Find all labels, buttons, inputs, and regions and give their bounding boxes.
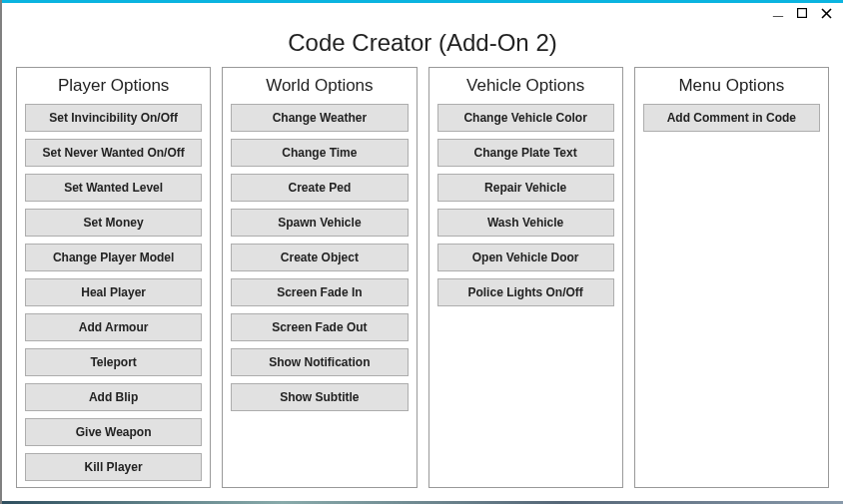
spawn-vehicle-button[interactable]: Spawn Vehicle (231, 209, 408, 237)
vehicle-buttons-list: Change Vehicle Color Change Plate Text R… (437, 104, 614, 306)
change-time-button[interactable]: Change Time (231, 139, 408, 167)
menu-buttons-list: Add Comment in Code (643, 104, 820, 132)
set-invincibility-button[interactable]: Set Invincibility On/Off (25, 104, 202, 132)
panel-title-vehicle: Vehicle Options (437, 74, 614, 104)
screen-fade-out-button[interactable]: Screen Fade Out (231, 313, 408, 341)
player-buttons-list: Set Invincibility On/Off Set Never Wante… (25, 104, 202, 481)
open-vehicle-door-button[interactable]: Open Vehicle Door (437, 244, 614, 271)
panel-player-options: Player Options Set Invincibility On/Off … (16, 67, 211, 488)
add-blip-button[interactable]: Add Blip (25, 383, 202, 411)
add-armour-button[interactable]: Add Armour (25, 313, 202, 341)
maximize-button[interactable] (793, 5, 811, 21)
minimize-button[interactable]: _ (769, 1, 787, 17)
repair-vehicle-button[interactable]: Repair Vehicle (437, 174, 614, 202)
give-weapon-button[interactable]: Give Weapon (25, 418, 202, 446)
set-never-wanted-button[interactable]: Set Never Wanted On/Off (25, 139, 202, 167)
heal-player-button[interactable]: Heal Player (25, 278, 202, 306)
maximize-icon (797, 8, 807, 18)
change-weather-button[interactable]: Change Weather (231, 104, 408, 132)
teleport-button[interactable]: Teleport (25, 348, 202, 376)
create-object-button[interactable]: Create Object (231, 244, 408, 271)
panel-title-player: Player Options (25, 74, 202, 104)
window-title-bar: _ (2, 3, 843, 23)
wash-vehicle-button[interactable]: Wash Vehicle (437, 209, 614, 237)
show-notification-button[interactable]: Show Notification (231, 348, 408, 376)
panels-row: Player Options Set Invincibility On/Off … (2, 67, 843, 488)
show-subtitle-button[interactable]: Show Subtitle (231, 383, 408, 411)
police-lights-button[interactable]: Police Lights On/Off (437, 278, 614, 306)
set-wanted-level-button[interactable]: Set Wanted Level (25, 174, 202, 202)
svg-rect-0 (798, 9, 807, 18)
panel-title-world: World Options (231, 74, 408, 104)
world-buttons-list: Change Weather Change Time Create Ped Sp… (231, 104, 408, 411)
panel-world-options: World Options Change Weather Change Time… (222, 67, 417, 488)
panel-menu-options: Menu Options Add Comment in Code (634, 67, 829, 488)
add-comment-button[interactable]: Add Comment in Code (643, 104, 820, 132)
change-player-model-button[interactable]: Change Player Model (25, 244, 202, 271)
screen-fade-in-button[interactable]: Screen Fade In (231, 278, 408, 306)
app-title: Code Creator (Add-On 2) (2, 23, 843, 67)
change-plate-text-button[interactable]: Change Plate Text (437, 139, 614, 167)
kill-player-button[interactable]: Kill Player (25, 453, 202, 481)
change-vehicle-color-button[interactable]: Change Vehicle Color (437, 104, 614, 132)
close-icon (821, 8, 832, 19)
close-button[interactable] (817, 5, 835, 21)
panel-title-menu: Menu Options (643, 74, 820, 104)
panel-vehicle-options: Vehicle Options Change Vehicle Color Cha… (428, 67, 623, 488)
create-ped-button[interactable]: Create Ped (231, 174, 408, 202)
set-money-button[interactable]: Set Money (25, 209, 202, 237)
